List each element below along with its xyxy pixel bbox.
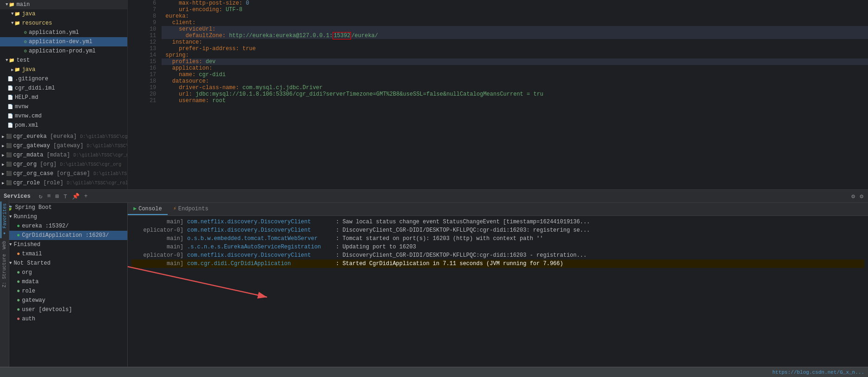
sidebar-item-org-proj[interactable]: ▶ ⬛ cgr_org [org] D:\gitlab\TSSC\cgr_org (0, 160, 127, 169)
filter-icon[interactable]: ⊤ (63, 192, 68, 201)
tab-console[interactable]: ► Console (128, 204, 168, 215)
code-line-13: 13 prefer-ip-address: true (128, 46, 868, 52)
sidebar-label: cgr_eureka [eureka] D:\gitlab\TSSC\cgr_e… (13, 133, 128, 140)
sidebar-item-orgcase-proj[interactable]: ▶ ⬛ cgr_org_case [org_case] D:\gitlab\TS… (0, 169, 127, 178)
vtab-web[interactable]: Web (1, 239, 8, 251)
status-bar: https://blog.csdn.net/G_x_n... (0, 367, 868, 377)
tab-endpoints[interactable]: ⚡ Endpoints (168, 203, 214, 215)
sidebar-item-resources[interactable]: ▼ 📁 resources (0, 19, 127, 28)
log-class: o.s.b.w.embedded.tomcat.TomcatWebServer (187, 234, 336, 243)
sidebar-item-mvnw-cmd[interactable]: 📄 mvnw.cmd (0, 111, 127, 121)
log-line-4: main] .s.c.n.e.s.EurekaAutoServiceRegist… (131, 243, 864, 251)
console-area: ► Console ⚡ Endpoints (128, 203, 868, 367)
sidebar-label: java (22, 66, 35, 73)
arrow-icon: ▶ (2, 134, 4, 139)
status-dot: ● (17, 269, 20, 276)
code-lines: 6 max-http-post-size: 0 7 uri-encoding: … (128, 0, 868, 104)
console-output[interactable]: main] com.netflix.discovery.DiscoveryCli… (128, 216, 868, 367)
sidebar-label: cgr_mdata [mdata] D:\gitlab\TSSC\cgr_mda… (13, 152, 128, 158)
arrow-icon: ▼ (11, 12, 13, 16)
sidebar-label: java (22, 11, 35, 17)
services-label: eureka :15392/ (22, 223, 69, 229)
arrow-icon: ▼ (11, 21, 13, 26)
services-txmail[interactable]: ● txmail (0, 249, 127, 259)
status-dot: ● (17, 279, 20, 285)
services-label: role (22, 288, 35, 294)
file-icon: 📄 (7, 76, 13, 82)
services-panel[interactable]: ▼ 🍃 Spring Boot ▼ Running ● eureka :1539… (0, 203, 128, 367)
services-gateway[interactable]: ● gateway (0, 296, 127, 305)
add-icon[interactable]: + (83, 192, 89, 201)
sidebar-item-role-proj[interactable]: ▶ ⬛ cgr_role [role] D:\gitlab\TSSC\cgr_r… (0, 178, 127, 188)
sidebar-item-eureka-proj[interactable]: ▶ ⬛ cgr_eureka [eureka] D:\gitlab\TSSC\c… (0, 132, 127, 141)
project-sidebar[interactable]: ▼ 📁 main ▼ 📁 java ▼ 📁 resources ⚙ applic… (0, 0, 128, 189)
code-line-6: 6 max-http-post-size: 0 (128, 0, 868, 6)
sidebar-item-test[interactable]: ▼ 📁 test (0, 56, 127, 65)
sidebar-label: cgr_org [org] D:\gitlab\TSSC\cgr_org (13, 161, 121, 168)
services-mdata[interactable]: ● mdata (0, 277, 127, 286)
services-running[interactable]: ▼ Running (0, 212, 127, 221)
list-view-icon[interactable]: ≡ (46, 192, 52, 201)
settings-icon[interactable]: ⚙ (850, 192, 856, 201)
sidebar-item-main[interactable]: ▼ 📁 main (0, 0, 127, 9)
log-msg: : DiscoveryClient_CGR-DIDI/DESKTOP-KFLLP… (336, 251, 587, 260)
services-not-started[interactable]: ▼ Not Started (0, 259, 127, 268)
sidebar-label: resources (22, 20, 52, 26)
log-msg: : Tomcat started on port(s): 16203 (http… (336, 234, 543, 243)
tab-label: Console (138, 206, 162, 212)
pin-icon[interactable]: 📌 (71, 192, 80, 201)
status-dot: ● (17, 297, 20, 304)
vtab-favorites[interactable]: ★ Favorites (0, 202, 8, 238)
sidebar-item-app-yml[interactable]: ⚙ application.yml (0, 28, 127, 37)
arrow-icon: ▼ (9, 242, 12, 247)
sidebar-item-gitignore[interactable]: 📄 .gitignore (0, 74, 127, 84)
services-springboot[interactable]: ▼ 🍃 Spring Boot (0, 203, 127, 212)
sidebar-label: main (16, 1, 30, 8)
log-class: com.netflix.discovery.DiscoveryClient (187, 251, 336, 260)
services-label: org (22, 269, 32, 276)
sidebar-label: mvnw (15, 104, 28, 110)
code-line-7: 7 uri-encoding: UTF-8 (128, 6, 868, 13)
log-thread: main] (131, 260, 187, 268)
sidebar-label: test (16, 57, 30, 64)
project-icon: ⬛ (6, 134, 12, 139)
sidebar-item-mvnw[interactable]: 📄 mvnw (0, 102, 127, 111)
sidebar-item-pom[interactable]: 📄 pom.xml (0, 121, 127, 130)
services-title: Services (4, 193, 31, 200)
services-label: gateway (22, 297, 45, 304)
services-cgrdidi[interactable]: ● CgrDidiApplication :16203/ (0, 231, 127, 240)
log-msg: : Started CgrDidiApplication in 7.11 sec… (336, 260, 563, 268)
services-user[interactable]: ● user [devtools] (0, 305, 127, 314)
sidebar-label: cgr_didi.iml (15, 85, 55, 91)
folder-icon: 📁 (14, 11, 20, 17)
services-role[interactable]: ● role (0, 286, 127, 296)
arrow-icon: ▼ (6, 2, 8, 7)
sidebar-item-iml[interactable]: 📄 cgr_didi.iml (0, 84, 127, 93)
group-icon[interactable]: ⊞ (54, 192, 60, 201)
sidebar-item-mdata-proj[interactable]: ▶ ⬛ cgr_mdata [mdata] D:\gitlab\TSSC\cgr… (0, 150, 127, 160)
services-eureka[interactable]: ● eureka :15392/ (0, 221, 127, 231)
vtab-structure[interactable]: Z: Structure (1, 252, 8, 289)
log-class: com.cgr.didi.CgrDidiApplication (187, 260, 336, 268)
log-line-2: eplicator-0] com.netflix.discovery.Disco… (131, 226, 864, 234)
sidebar-item-gateway-proj[interactable]: ▶ ⬛ cgr_gateway [gateway] D:\gitlab\TSSC… (0, 141, 127, 150)
sidebar-item-app-dev-yml[interactable]: ⚙ application-dev.yml (0, 37, 127, 46)
code-line-15: 15 profiles: dev (128, 58, 868, 65)
sidebar-item-test-java[interactable]: ▶ 📁 java (0, 65, 127, 74)
services-header: Services ↻ ≡ ⊞ ⊤ 📌 + ⚙ ⚙ (0, 190, 868, 203)
sidebar-item-java[interactable]: ▼ 📁 java (0, 9, 127, 19)
project-icon: ⬛ (6, 152, 12, 158)
editor-content[interactable]: 6 max-http-post-size: 0 7 uri-encoding: … (128, 0, 868, 189)
project-icon: ⬛ (6, 171, 12, 176)
services-org[interactable]: ● org (0, 268, 127, 277)
code-line-11: 11 defaultZone: http://eureka:eureka@127… (128, 32, 868, 39)
services-finished[interactable]: ▼ Finished (0, 240, 127, 249)
gear-icon[interactable]: ⚙ (859, 192, 864, 201)
log-class: com.netflix.discovery.DiscoveryClient (187, 218, 336, 226)
services-auth[interactable]: ● auth (0, 314, 127, 324)
code-line-17: 17 name: cgr-didi (128, 72, 868, 78)
refresh-icon[interactable]: ↻ (38, 192, 44, 201)
sidebar-item-app-prod-yml[interactable]: ⚙ application-prod.yml (0, 46, 127, 56)
sidebar-item-help[interactable]: 📄 HELP.md (0, 93, 127, 102)
status-dot: ● (17, 223, 20, 229)
